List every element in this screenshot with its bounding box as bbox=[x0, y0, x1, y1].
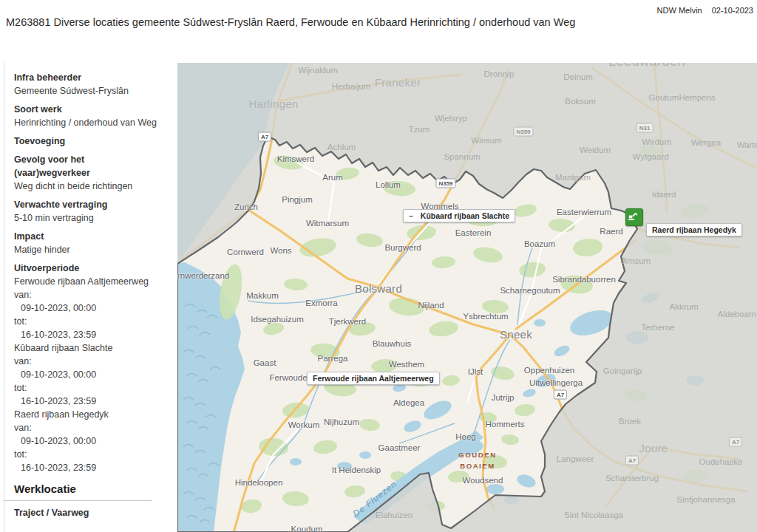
field-label: Toevoeging bbox=[14, 134, 160, 148]
map-place-label: Nijland bbox=[418, 301, 444, 310]
map-place-label: Arum bbox=[322, 173, 342, 182]
map-place-label: Dronryp bbox=[484, 69, 515, 78]
map-place-label: Mantgum bbox=[555, 173, 591, 182]
map-place-label: Oppenhuizen bbox=[524, 366, 574, 375]
map-place-label: Aldegea bbox=[393, 398, 424, 407]
map-place-label: Hindeloopen bbox=[235, 478, 283, 487]
period-tot-label: tot: bbox=[14, 448, 160, 461]
map-place-label: Bolsward bbox=[355, 282, 402, 295]
map-place-label: Workum bbox=[288, 420, 320, 429]
map-place-label: Blauwhuis bbox=[373, 339, 411, 348]
map-place-label: Jutrijp bbox=[492, 393, 515, 402]
content-divider bbox=[4, 500, 152, 501]
map-place-label: Idaerd bbox=[652, 190, 676, 199]
work-label[interactable]: Ferwoude rijbaan Aaltjemeerweg bbox=[307, 372, 440, 385]
map-place-label: Cornwerd bbox=[227, 248, 264, 256]
road-shield: N359 bbox=[513, 127, 533, 137]
map-place-label: Gaastmeer bbox=[378, 443, 421, 452]
map-place-label: Wjelsryp bbox=[435, 114, 467, 123]
field-label: Uitvoerperiode bbox=[14, 262, 160, 275]
period-name: Ferwoude rijbaan Aaltjemeerweg bbox=[14, 275, 160, 288]
field-value: 5-10 min vertraging bbox=[14, 211, 160, 225]
header: M263881 Diverse locaties gemeente Súdwes… bbox=[0, 0, 757, 63]
road-shield: N359 bbox=[435, 179, 455, 188]
map-place-label: Elahuizen bbox=[376, 511, 413, 519]
period-tot-value: 16-10-2023, 23:59 bbox=[14, 328, 160, 341]
period-name: Raerd rijbaan Hegedyk bbox=[14, 408, 160, 421]
map-place-label: Spannum bbox=[444, 152, 480, 161]
map-place-label: IJlst bbox=[468, 367, 483, 376]
map-place-label: Wergea bbox=[691, 138, 721, 147]
map-place-label: Deinum bbox=[563, 72, 593, 81]
map-place-label: Wirdum bbox=[642, 137, 671, 146]
map-place-label: Winsum bbox=[471, 136, 502, 145]
map-place-label: Goutum bbox=[649, 93, 679, 102]
field-value: Gemeente Súdwest-Fryslân bbox=[14, 84, 160, 98]
map-place-label: Jirnsum bbox=[621, 256, 651, 265]
period-tot-label: tot: bbox=[14, 381, 160, 395]
map-place-label: Oudehaske bbox=[699, 457, 743, 466]
field-label: Impact bbox=[14, 230, 160, 243]
map-place-label: Pingjum bbox=[282, 195, 313, 204]
road-shield: A7 bbox=[258, 132, 271, 142]
period-van-label: van: bbox=[14, 288, 160, 301]
map-place-label: Wons bbox=[270, 246, 291, 255]
map-place-label: Koudum bbox=[291, 525, 323, 532]
road-shield: A7 bbox=[729, 437, 742, 447]
map-place-label: Idsegahuizum bbox=[251, 315, 304, 324]
nature-area-label-line: BOAIEM bbox=[458, 461, 496, 472]
werklocatie-heading: Werklocatie bbox=[14, 482, 160, 496]
user-name: NDW Melvin bbox=[657, 6, 702, 15]
map-place-label: Ysbrechtum bbox=[463, 312, 508, 321]
map-place-label: Boksum bbox=[565, 97, 596, 106]
map-place-label: Makkum bbox=[246, 291, 278, 300]
map-place-label: Woudsend bbox=[463, 476, 503, 485]
map-place-label: Sibrandabuorren bbox=[552, 275, 616, 284]
map-place-label: Gaast bbox=[254, 358, 276, 367]
map-place-label: Exmorra bbox=[305, 299, 337, 307]
map-place-label: Burgwerd bbox=[384, 243, 421, 252]
map-place-label: Aldeboarn bbox=[718, 310, 756, 318]
page-title: M263881 Diverse locaties gemeente Súdwes… bbox=[6, 16, 575, 28]
field-list: Infra beheerderGemeente Súdwest-FryslânS… bbox=[14, 71, 160, 256]
map-place-label: It Heidenskip bbox=[332, 466, 381, 474]
map-place-label: Weidum bbox=[580, 146, 611, 154]
road-shield: A7 bbox=[554, 390, 567, 400]
period-van-label: van: bbox=[14, 355, 160, 368]
map-place-label: Kimswerd bbox=[277, 154, 314, 163]
work-label[interactable]: –Kûbaard rijbaan Slachte bbox=[403, 209, 515, 222]
map-place-label: Akkrum bbox=[670, 302, 699, 311]
map-place-label: Hommerts bbox=[485, 420, 524, 429]
map-place-label: Harlingen bbox=[249, 98, 299, 110]
map-place-label: Broek bbox=[619, 417, 641, 426]
road-shield: N31 bbox=[637, 123, 654, 133]
field-label: Infra beheerder bbox=[14, 71, 160, 84]
period-tot-value: 16-10-2023, 23:59 bbox=[14, 461, 160, 474]
details-sidebar: Infra beheerderGemeente Súdwest-FryslânS… bbox=[0, 63, 177, 532]
period-van-value: 09-10-2023, 00:00 bbox=[14, 368, 160, 381]
map-place-label: Sneek bbox=[500, 328, 532, 341]
map-place-label: Boazum bbox=[524, 239, 555, 248]
roadwork-icon[interactable] bbox=[625, 208, 643, 226]
work-label[interactable]: Raerd rijbaan Hegedyk bbox=[646, 223, 742, 236]
map-place-label: Ferwoude bbox=[269, 373, 307, 382]
map[interactable]: HarlingenFranekerLeeuwardenBolswardSneek… bbox=[177, 63, 757, 532]
map-place-label: Raerd bbox=[600, 227, 622, 236]
map-place-label: Parrega bbox=[318, 354, 348, 363]
field-label: Soort werk bbox=[14, 103, 160, 116]
map-place-label: Sint Nicolaasga bbox=[564, 511, 623, 519]
work-label-text: Kûbaard rijbaan Slachte bbox=[421, 211, 509, 220]
work-label-text: Raerd rijbaan Hegedyk bbox=[652, 225, 736, 234]
map-place-label: Witmarsum bbox=[306, 219, 349, 228]
map-place-label: Hempens bbox=[679, 93, 715, 102]
field-label: Gevolg voor het (vaar)wegverkeer bbox=[14, 153, 160, 180]
field-value: Herinrichting / onderhoud van Weg bbox=[14, 116, 160, 129]
road-shield: A7 bbox=[625, 456, 639, 466]
nature-area-label-line: GOUDEN bbox=[458, 450, 496, 461]
period-van-value: 09-10-2023, 00:00 bbox=[14, 301, 160, 315]
map-place-label: Zurich bbox=[234, 202, 258, 211]
map-place-label: Goingarijp bbox=[603, 366, 642, 375]
map-place-label: Easterwierrum bbox=[557, 208, 611, 216]
period-tot-label: tot: bbox=[14, 315, 160, 328]
header-date: 02-10-2023 bbox=[712, 6, 753, 15]
